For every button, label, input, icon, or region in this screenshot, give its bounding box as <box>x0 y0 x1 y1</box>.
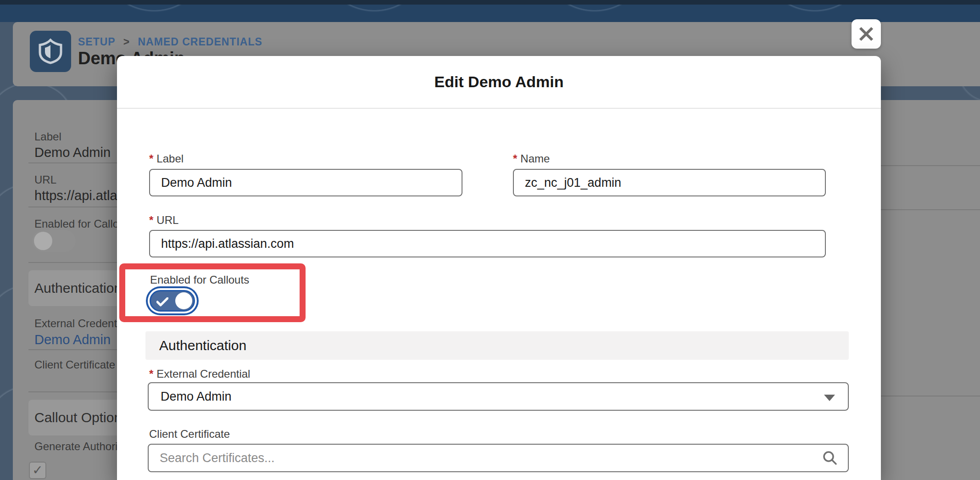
bg-external-credential-label: External Credential <box>34 317 128 330</box>
url-field-label: *URL <box>149 214 178 227</box>
bg-field-label-value: Demo Admin <box>34 145 111 160</box>
shield-icon <box>30 31 71 72</box>
bg-generate-auth-header-checkbox[interactable]: ✓ <box>29 462 46 479</box>
external-credential-select[interactable]: Demo Admin <box>148 382 849 411</box>
edit-named-credential-modal: Edit Demo Admin *Label *Name *URL Enable… <box>117 56 881 480</box>
close-icon[interactable] <box>852 19 881 49</box>
required-marker: * <box>149 152 153 165</box>
bg-client-certificate-label: Client Certificate <box>34 358 115 371</box>
modal-title: Edit Demo Admin <box>434 73 563 91</box>
name-input[interactable] <box>513 169 826 196</box>
client-certificate-label: Client Certificate <box>149 428 230 441</box>
check-icon <box>156 297 168 307</box>
section-header-authentication: Authentication <box>145 331 849 360</box>
breadcrumb: SETUP > NAMED CREDENTIALS <box>78 36 262 48</box>
toggle-knob <box>34 232 52 250</box>
url-input[interactable] <box>149 230 826 257</box>
check-icon: ✓ <box>32 463 43 477</box>
client-certificate-search <box>148 444 849 472</box>
bg-field-url-label: URL <box>34 173 56 186</box>
label-field-label: *Label <box>149 152 184 165</box>
client-certificate-search-input[interactable] <box>148 444 849 472</box>
browser-top-bar <box>0 0 980 5</box>
chevron-down-icon <box>824 395 835 401</box>
label-input[interactable] <box>149 169 462 196</box>
bg-enabled-for-callouts-toggle-off[interactable] <box>32 230 76 252</box>
required-marker: * <box>149 368 153 380</box>
external-credential-selected-value: Demo Admin <box>161 390 232 404</box>
breadcrumb-separator: > <box>123 36 130 48</box>
required-marker: * <box>149 214 153 226</box>
breadcrumb-setup[interactable]: SETUP <box>78 36 115 48</box>
toggle-knob <box>175 292 192 309</box>
required-marker: * <box>513 152 517 165</box>
setup-header-band <box>0 5 980 22</box>
search-icon <box>822 450 838 466</box>
annotation-highlight-box <box>119 263 306 322</box>
enabled-for-callouts-label: Enabled for Callouts <box>150 273 249 286</box>
bg-external-credential-link[interactable]: Demo Admin <box>34 332 111 347</box>
name-field-label: *Name <box>513 152 550 165</box>
breadcrumb-named-credentials[interactable]: NAMED CREDENTIALS <box>138 36 262 48</box>
modal-header: Edit Demo Admin <box>117 56 881 109</box>
enabled-for-callouts-toggle-on[interactable] <box>150 290 195 312</box>
external-credential-label: *External Credential <box>149 368 250 380</box>
bg-field-label-label: Label <box>34 130 61 143</box>
